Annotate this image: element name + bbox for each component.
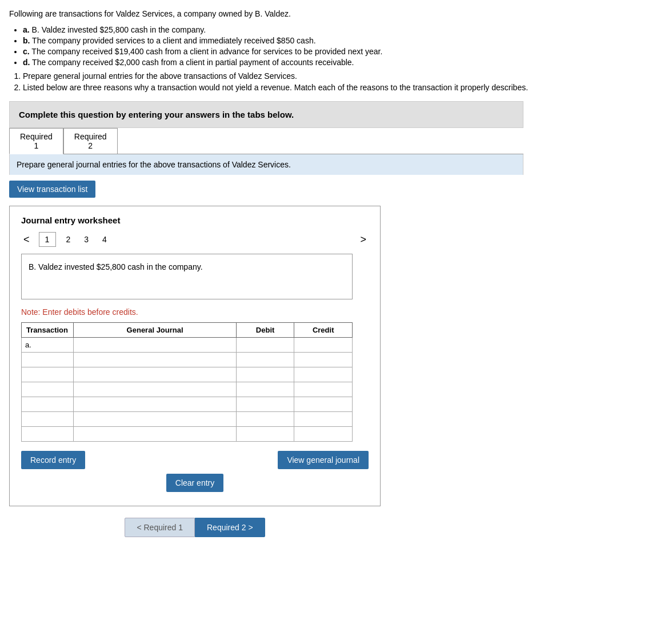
tab-required-1[interactable]: Required1 <box>9 128 63 154</box>
tab-content-header: Prepare general journal entries for the … <box>9 154 523 175</box>
journal-entry-worksheet: Journal entry worksheet < 1 2 3 4 > B. V… <box>9 206 381 506</box>
note-text: Note: Enter debits before credits. <box>21 307 369 317</box>
tab-required-2[interactable]: Required2 <box>63 128 118 154</box>
table-row: a. <box>22 338 353 353</box>
instruction-1: Prepare general journal entries for the … <box>23 71 663 81</box>
input-debit-4[interactable] <box>240 385 291 394</box>
cell-journal-2[interactable] <box>74 353 236 367</box>
input-journal-3[interactable] <box>77 370 232 379</box>
input-debit-1[interactable] <box>240 341 291 349</box>
input-credit-1[interactable] <box>298 341 349 349</box>
col-header-transaction: Transaction <box>22 323 74 338</box>
cell-transaction-6 <box>22 412 74 427</box>
cell-transaction-5 <box>22 397 74 412</box>
table-row <box>22 397 353 412</box>
transaction-a: a. B. Valdez invested $25,800 cash in th… <box>23 25 663 34</box>
input-credit-6[interactable] <box>298 415 349 423</box>
table-row <box>22 427 353 442</box>
cell-credit-3[interactable] <box>294 367 353 382</box>
input-credit-5[interactable] <box>298 400 349 409</box>
col-header-debit: Debit <box>236 323 294 338</box>
cell-credit-2[interactable] <box>294 353 353 367</box>
cell-journal-4[interactable] <box>74 382 236 397</box>
instructions-list: Prepare general journal entries for the … <box>23 71 663 92</box>
cell-debit-5[interactable] <box>236 397 294 412</box>
input-debit-7[interactable] <box>240 430 291 438</box>
input-debit-5[interactable] <box>240 400 291 409</box>
input-credit-7[interactable] <box>298 430 349 438</box>
input-credit-2[interactable] <box>298 355 349 364</box>
cell-debit-7[interactable] <box>236 427 294 442</box>
cell-credit-6[interactable] <box>294 412 353 427</box>
input-debit-3[interactable] <box>240 370 291 379</box>
page-3[interactable]: 3 <box>81 233 92 246</box>
input-journal-5[interactable] <box>77 400 232 409</box>
cell-journal-1[interactable] <box>74 338 236 353</box>
transactions-list: a. B. Valdez invested $25,800 cash in th… <box>23 25 663 67</box>
cell-debit-4[interactable] <box>236 382 294 397</box>
cell-transaction-4 <box>22 382 74 397</box>
transaction-b: b. The company provided services to a cl… <box>23 36 663 45</box>
cell-debit-1[interactable] <box>236 338 294 353</box>
bottom-nav: < Required 1 Required 2 > <box>9 518 381 537</box>
intro-text: Following are transactions for Valdez Se… <box>9 9 663 18</box>
view-general-journal-button[interactable]: View general journal <box>278 451 369 469</box>
button-row-1: Record entry View general journal <box>21 451 369 469</box>
cell-debit-6[interactable] <box>236 412 294 427</box>
page-1[interactable]: 1 <box>39 232 56 247</box>
worksheet-title: Journal entry worksheet <box>21 215 369 225</box>
next-page-arrow[interactable]: > <box>358 234 369 246</box>
button-row-2: Clear entry <box>21 474 369 492</box>
input-journal-2[interactable] <box>77 355 232 364</box>
transaction-description: B. Valdez invested $25,800 cash in the c… <box>21 254 353 299</box>
cell-journal-5[interactable] <box>74 397 236 412</box>
input-journal-1[interactable] <box>77 341 232 349</box>
table-row <box>22 412 353 427</box>
cell-transaction-2 <box>22 353 74 367</box>
complete-question-box: Complete this question by entering your … <box>9 101 523 128</box>
tabs-container: Required1 Required2 <box>9 128 523 154</box>
table-row <box>22 382 353 397</box>
instruction-2: Listed below are three reasons why a tra… <box>23 83 663 92</box>
cell-transaction-7 <box>22 427 74 442</box>
cell-transaction-3 <box>22 367 74 382</box>
required-2-next-button[interactable]: Required 2 > <box>195 518 265 537</box>
cell-credit-7[interactable] <box>294 427 353 442</box>
cell-transaction-1: a. <box>22 338 74 353</box>
cell-journal-7[interactable] <box>74 427 236 442</box>
page-2[interactable]: 2 <box>63 233 74 246</box>
journal-table: Transaction General Journal Debit Credit… <box>21 322 353 442</box>
clear-entry-button[interactable]: Clear entry <box>166 474 223 492</box>
transaction-c: c. The company received $19,400 cash fro… <box>23 47 663 56</box>
record-entry-button[interactable]: Record entry <box>21 451 85 469</box>
table-row <box>22 353 353 367</box>
col-header-general-journal: General Journal <box>74 323 236 338</box>
transaction-d: d. The company received $2,000 cash from… <box>23 58 663 67</box>
page-nav-row: < 1 2 3 4 > <box>21 232 369 247</box>
cell-journal-3[interactable] <box>74 367 236 382</box>
cell-debit-3[interactable] <box>236 367 294 382</box>
view-transaction-list-button[interactable]: View transaction list <box>9 181 95 198</box>
prev-page-arrow[interactable]: < <box>21 234 32 246</box>
table-row <box>22 367 353 382</box>
col-header-credit: Credit <box>294 323 353 338</box>
input-journal-6[interactable] <box>77 415 232 423</box>
cell-credit-5[interactable] <box>294 397 353 412</box>
cell-debit-2[interactable] <box>236 353 294 367</box>
cell-journal-6[interactable] <box>74 412 236 427</box>
required-1-prev-button[interactable]: < Required 1 <box>125 518 195 537</box>
input-debit-6[interactable] <box>240 415 291 423</box>
cell-credit-4[interactable] <box>294 382 353 397</box>
cell-credit-1[interactable] <box>294 338 353 353</box>
page-4[interactable]: 4 <box>99 233 110 246</box>
input-debit-2[interactable] <box>240 355 291 364</box>
input-journal-7[interactable] <box>77 430 232 438</box>
input-journal-4[interactable] <box>77 385 232 394</box>
input-credit-3[interactable] <box>298 370 349 379</box>
input-credit-4[interactable] <box>298 385 349 394</box>
